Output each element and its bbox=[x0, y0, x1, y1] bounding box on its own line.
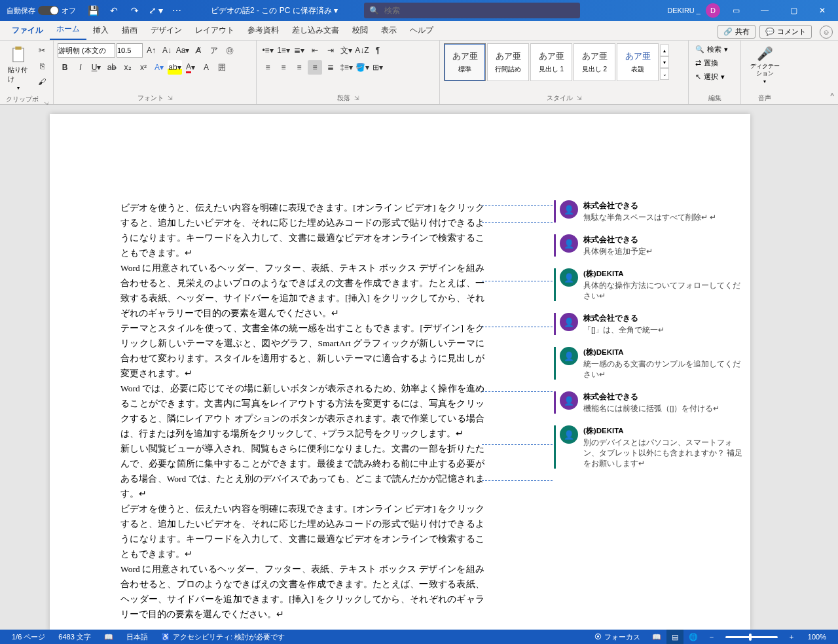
language-status[interactable]: 日本語 bbox=[120, 632, 155, 642]
undo-icon[interactable]: ↶ bbox=[106, 3, 122, 18]
paragraph[interactable]: Word では、必要に応じてその場に新しいボタンが表示されるため、効率よく操作を… bbox=[120, 381, 484, 441]
style-heading1[interactable]: あア亜見出し 1 bbox=[530, 43, 572, 81]
share-button[interactable]: 🔗共有 bbox=[718, 25, 756, 39]
page-content[interactable]: ビデオを使うと、伝えたい内容を明確に表現できます。[オンライン ビデオ] をクリ… bbox=[120, 200, 484, 622]
shrink-font-icon[interactable]: A↓ bbox=[160, 43, 174, 58]
tab-help[interactable]: ヘルプ bbox=[403, 21, 440, 40]
paragraph[interactable]: Word に用意されているヘッダー、フッター、表紙、テキスト ボックス デザイン… bbox=[120, 562, 484, 622]
subscript-icon[interactable]: x₂ bbox=[120, 60, 135, 75]
accessibility-status[interactable]: ♿アクセシビリティ: 検討が必要です bbox=[155, 632, 291, 642]
bold-icon[interactable]: B bbox=[58, 60, 72, 75]
read-mode-icon[interactable]: 📖 bbox=[648, 630, 665, 644]
tab-home[interactable]: ホーム bbox=[50, 20, 86, 40]
find-button[interactable]: 🔍検索▾ bbox=[693, 43, 731, 56]
tab-view[interactable]: 表示 bbox=[374, 21, 403, 40]
style-heading2[interactable]: あア亜見出し 2 bbox=[574, 43, 615, 81]
copy-icon[interactable]: ⎘ bbox=[35, 59, 49, 73]
char-border-icon[interactable]: 囲 bbox=[215, 60, 229, 75]
maximize-icon[interactable]: ▢ bbox=[780, 0, 807, 21]
asian-layout-icon[interactable]: 文▾ bbox=[339, 43, 354, 58]
word-count[interactable]: 6483 文字 bbox=[52, 632, 98, 642]
comment-item[interactable]: 👤 株式会社できる具体例を追加予定↵ bbox=[554, 234, 744, 257]
numbering-icon[interactable]: 1≡▾ bbox=[276, 43, 291, 58]
shading-icon[interactable]: 🪣▾ bbox=[355, 60, 369, 75]
comments-button[interactable]: 💬コメント bbox=[759, 25, 812, 39]
phonetic-guide-icon[interactable]: ア bbox=[207, 43, 221, 58]
style-no-spacing[interactable]: あア亜行間詰め bbox=[487, 43, 529, 81]
comment-item[interactable]: 👤 株式会社できる「[]」は、全角で統一↵ bbox=[554, 313, 744, 335]
distributed-icon[interactable]: ≣ bbox=[323, 60, 338, 75]
close-icon[interactable]: ✕ bbox=[809, 0, 835, 21]
print-layout-icon[interactable]: ▤ bbox=[666, 630, 683, 644]
comment-item[interactable]: 👤 株式会社できる機能名には前後に括弧（[]）を付ける↵ bbox=[554, 391, 744, 414]
multilevel-icon[interactable]: ≣▾ bbox=[292, 43, 306, 58]
tab-review[interactable]: 校閲 bbox=[346, 21, 374, 40]
strike-icon[interactable]: ab̶ bbox=[105, 60, 119, 75]
tab-references[interactable]: 参考資料 bbox=[241, 21, 285, 40]
paragraph[interactable]: Word に用意されているヘッダー、フッター、表紙、テキスト ボックス デザイン… bbox=[120, 260, 484, 321]
change-case-icon[interactable]: Aa▾ bbox=[175, 43, 190, 58]
tab-layout[interactable]: レイアウト bbox=[189, 21, 241, 40]
align-left-icon[interactable]: ≡ bbox=[261, 60, 275, 75]
indent-icon[interactable]: ⇥ bbox=[323, 43, 338, 58]
tab-mailings[interactable]: 差し込み文書 bbox=[285, 21, 346, 40]
format-painter-icon[interactable]: 🖌 bbox=[35, 75, 49, 89]
dialog-launcher-icon[interactable]: ⇲ bbox=[354, 95, 359, 101]
user-name[interactable]: DEKIRU _ bbox=[667, 7, 701, 14]
tab-draw[interactable]: 描画 bbox=[115, 21, 144, 40]
comment-item[interactable]: 👤 株式会社できる無駄な半角スペースはすべて削除↵ ↵ bbox=[554, 200, 744, 223]
text-effects-icon[interactable]: A▾ bbox=[152, 60, 166, 75]
qat-customize-icon[interactable]: ⋯ bbox=[169, 3, 185, 18]
line-spacing-icon[interactable]: ‡≡▾ bbox=[339, 60, 354, 75]
grow-font-icon[interactable]: A↑ bbox=[144, 43, 158, 58]
search-box[interactable]: 🔍 bbox=[364, 3, 580, 18]
cut-icon[interactable]: ✂ bbox=[35, 43, 49, 58]
tab-insert[interactable]: 挿入 bbox=[86, 21, 115, 40]
spellcheck-icon[interactable]: 📖 bbox=[98, 633, 120, 641]
borders-icon[interactable]: ⊞▾ bbox=[371, 60, 385, 75]
style-title[interactable]: あア亜表題 bbox=[617, 43, 659, 81]
gallery-down-icon[interactable]: ▾ bbox=[660, 56, 669, 68]
focus-mode[interactable]: ⦿フォーカス bbox=[588, 632, 647, 642]
user-avatar[interactable]: D bbox=[706, 3, 720, 18]
gallery-more-icon[interactable]: ⌄ bbox=[660, 68, 669, 80]
paragraph[interactable]: テーマとスタイルを使って、文書全体の統一感を出すこともできます。[デザイン] を… bbox=[120, 321, 484, 381]
dialog-launcher-icon[interactable]: ⇲ bbox=[168, 95, 173, 101]
paste-button[interactable]: 貼り付け ▾ bbox=[4, 43, 32, 94]
bullets-icon[interactable]: •≡▾ bbox=[261, 43, 275, 58]
gallery-up-icon[interactable]: ▴ bbox=[660, 45, 669, 56]
web-layout-icon[interactable]: 🌐 bbox=[685, 630, 702, 644]
minimize-icon[interactable]: — bbox=[752, 0, 778, 21]
comment-item[interactable]: 👤 (株)DEKITA具体的な操作方法についてフォローしてください↵ bbox=[554, 268, 744, 301]
enclose-char-icon[interactable]: ㊞ bbox=[223, 43, 237, 58]
style-normal[interactable]: あア亜標準 bbox=[444, 43, 486, 81]
underline-icon[interactable]: U▾ bbox=[89, 60, 103, 75]
replace-button[interactable]: ⇄置換 bbox=[693, 57, 721, 69]
document-title[interactable]: ビデオの話2 - この PC に保存済み ▾ bbox=[211, 5, 338, 16]
zoom-out-icon[interactable]: − bbox=[703, 630, 720, 644]
zoom-slider[interactable] bbox=[725, 636, 778, 638]
superscript-icon[interactable]: x² bbox=[136, 60, 151, 75]
paragraph[interactable]: ビデオを使うと、伝えたい内容を明確に表現できます。[オンライン ビデオ] をクリ… bbox=[120, 200, 484, 260]
dialog-launcher-icon[interactable]: ⇲ bbox=[577, 95, 582, 101]
font-size-select[interactable] bbox=[117, 43, 143, 58]
document-area[interactable]: ビデオを使うと、伝えたい内容を明確に表現できます。[オンライン ビデオ] をクリ… bbox=[0, 105, 838, 630]
show-marks-icon[interactable]: ¶ bbox=[371, 43, 385, 58]
ribbon-display-icon[interactable]: ▭ bbox=[723, 0, 749, 21]
zoom-level[interactable]: 100% bbox=[801, 633, 833, 641]
save-icon[interactable]: 💾 bbox=[85, 3, 101, 18]
touch-mode-icon[interactable]: ⤢ ▾ bbox=[148, 3, 164, 18]
align-center-icon[interactable]: ≡ bbox=[276, 60, 291, 75]
paragraph[interactable]: 新しい閲覧ビューが導入され、閲覧もさらに便利になりました。文書の一部を折りたたん… bbox=[120, 441, 484, 501]
feedback-icon[interactable]: ☺ bbox=[820, 26, 833, 39]
outdent-icon[interactable]: ⇤ bbox=[308, 43, 322, 58]
page-count[interactable]: 1/6 ページ bbox=[5, 632, 52, 642]
paragraph[interactable]: ビデオを使うと、伝えたい内容を明確に表現できます。[オンライン ビデオ] をクリ… bbox=[120, 501, 484, 562]
highlight-icon[interactable]: ab▾ bbox=[168, 60, 182, 75]
font-color-icon[interactable]: A▾ bbox=[183, 60, 198, 75]
tab-file[interactable]: ファイル bbox=[5, 21, 50, 40]
comment-item[interactable]: 👤 (株)DEKITA別のデバイスとはパソコン、スマートフォン、タブレット以外に… bbox=[554, 425, 744, 469]
sort-icon[interactable]: A↓Z bbox=[355, 43, 369, 58]
font-name-select[interactable] bbox=[58, 43, 115, 58]
tab-design[interactable]: デザイン bbox=[144, 21, 189, 40]
